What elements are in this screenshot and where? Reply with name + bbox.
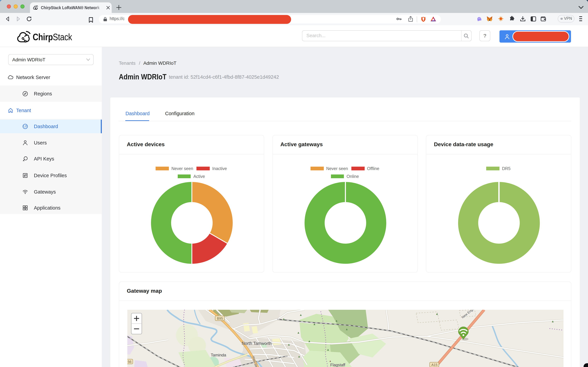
svg-text:▲: ▲ <box>298 355 301 358</box>
svg-text:▲: ▲ <box>297 331 300 334</box>
svg-text:Taminda: Taminda <box>211 353 226 357</box>
svg-text:Flagstaff: Flagstaff <box>330 363 345 367</box>
svg-text:B95: B95 <box>217 317 223 320</box>
svg-text:▲: ▲ <box>313 322 316 326</box>
svg-text:56: 56 <box>128 360 131 364</box>
svg-text:▲: ▲ <box>335 319 338 322</box>
svg-text:▲: ▲ <box>282 317 285 321</box>
svg-text:▲: ▲ <box>345 327 348 331</box>
svg-text:▲: ▲ <box>327 348 330 351</box>
svg-text:▲: ▲ <box>308 339 311 343</box>
svg-text:▲: ▲ <box>287 343 290 346</box>
svg-text:North Tamworth: North Tamworth <box>242 341 272 346</box>
svg-text:▲: ▲ <box>299 313 302 317</box>
svg-text:▲: ▲ <box>435 312 439 316</box>
svg-text:▲: ▲ <box>551 320 554 323</box>
svg-text:A15: A15 <box>431 363 437 367</box>
svg-text:▲: ▲ <box>329 359 332 362</box>
